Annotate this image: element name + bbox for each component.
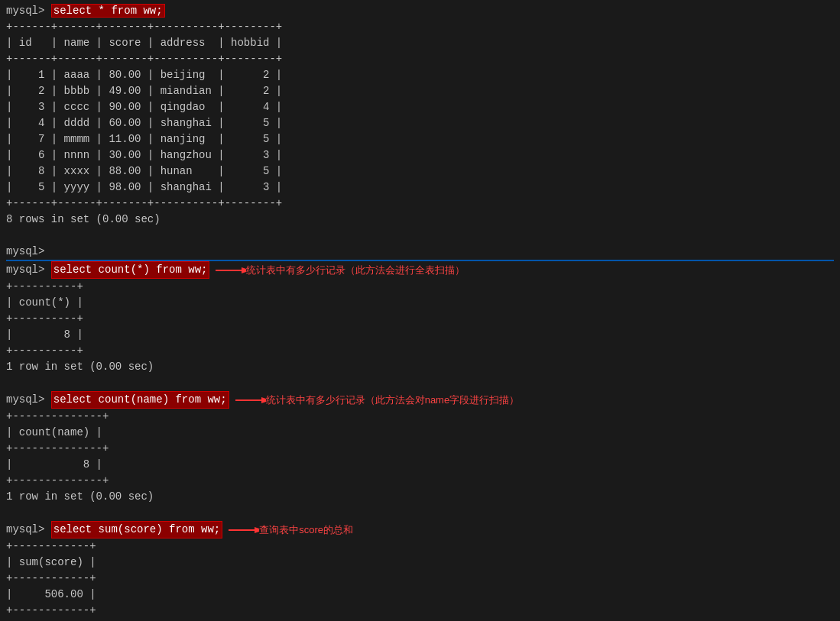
table-header-4: | sum(score) | [6,555,834,571]
prompt-1: mysql> [6,5,51,17]
section1: mysql> select * from ww; +------+------+… [6,3,834,260]
section2: mysql> select count(*) from ww; 统计表中有多少行… [6,261,834,391]
table-top-border-2: +----------+ [6,279,834,295]
table-bottom-border-4: +------------+ [6,603,834,619]
arrow-icon-2 [216,264,246,277]
table-header-border-1: +------+------+-------+----------+------… [6,51,834,67]
table-header-border-4: +------------+ [6,571,834,587]
table-row-1-6: | 6 | nnnn | 30.00 | hangzhou | 3 | [6,147,834,163]
command-line-2: mysql> select count(*) from ww; 统计表中有多少行… [6,261,834,279]
table-row-1-3: | 3 | cccc | 90.00 | qingdao | 4 | [6,99,834,115]
result-text-2: 1 row in set (0.00 sec) [6,359,834,375]
table-header-2: | count(*) | [6,295,834,311]
command-line-1: mysql> select * from ww; [6,3,834,19]
table-bottom-border-3: +--------------+ [6,473,834,489]
table-header-3: | count(name) | [6,425,834,441]
table-row-1-4: | 4 | dddd | 60.00 | shanghai | 5 | [6,115,834,131]
table-top-border-4: +------------+ [6,539,834,555]
table-row-1-7: | 8 | xxxx | 88.00 | hunan | 5 | [6,163,834,180]
command-1: select * from ww; [51,4,165,18]
annotation-2: 统计表中有多少行记录（此方法会进行全表扫描） [246,263,465,278]
command-line-4: mysql> select sum(score) from ww; 查询表中sc… [6,521,834,539]
table-row-3-1: | 8 | [6,457,834,473]
arrow-icon-4 [229,523,259,537]
command-4: select sum(score) from ww; [51,521,222,539]
terminal: mysql> select * from ww; +------+------+… [0,0,840,621]
prompt-4: mysql> [6,522,51,538]
section4: mysql> select sum(score) from ww; 查询表中sc… [6,521,834,621]
result-text-3: 1 row in set (0.00 sec) [6,489,834,505]
table-header-1: | id | name | score | address | hobbid | [6,35,834,51]
table-row-1-8: | 5 | yyyy | 98.00 | shanghai | 3 | [6,180,834,196]
arrow-icon-3 [235,393,266,407]
section3: mysql> select count(name) from ww; 统计表中有… [6,391,834,521]
table-top-border-3: +--------------+ [6,409,834,425]
blank-2 [6,375,834,391]
prompt-3: mysql> [6,392,51,408]
annotation-4: 查询表中score的总和 [259,522,353,538]
table-row-1-5: | 7 | mmmm | 11.00 | nanjing | 5 | [6,131,834,147]
table-row-1-1: | 1 | aaaa | 80.00 | beijing | 2 | [6,67,834,83]
result-text-1: 8 rows in set (0.00 sec) [6,212,834,228]
table-header-border-2: +----------+ [6,311,834,327]
blank-3 [6,505,834,521]
command-3: select count(name) from ww; [51,391,229,409]
table-row-4-1: | 506.00 | [6,587,834,603]
annotation-3: 统计表中有多少行记录（此方法会对name字段进行扫描） [266,393,520,408]
table-bottom-border-1: +------+------+-------+----------+------… [6,196,834,212]
table-header-border-3: +--------------+ [6,441,834,457]
table-top-border-1: +------+------+-------+----------+------… [6,19,834,35]
command-2: select count(*) from ww; [51,261,210,279]
blank-1 [6,228,834,244]
blank-prompt-1: mysql> [6,244,834,260]
command-line-3: mysql> select count(name) from ww; 统计表中有… [6,391,834,409]
table-row-2-1: | 8 | [6,327,834,343]
prompt-2: mysql> [6,262,51,278]
table-bottom-border-2: +----------+ [6,343,834,359]
table-row-1-2: | 2 | bbbb | 49.00 | miandian | 2 | [6,83,834,99]
